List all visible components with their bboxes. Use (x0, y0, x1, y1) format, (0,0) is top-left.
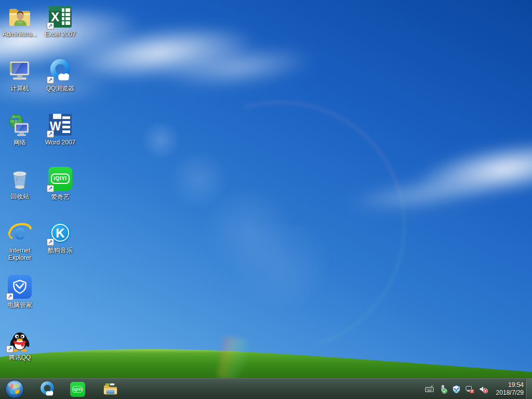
iqiyi-icon: iQIYI (70, 382, 85, 397)
svg-text:X: X (51, 10, 59, 24)
start-button[interactable] (5, 379, 24, 399)
desktop-icon-label: QQ浏览器 (41, 85, 80, 92)
network-disconnected-icon[interactable] (466, 385, 474, 394)
desktop-icon-kugou-music[interactable]: K ↗ 酷狗音乐 (41, 220, 80, 254)
computer-monitor-icon (7, 58, 32, 83)
shortcut-arrow-icon: ↗ (6, 293, 14, 300)
shortcut-arrow-icon: ↗ (47, 185, 54, 192)
qq-penguin-icon: ↗ (7, 327, 32, 352)
lens-flare (169, 150, 229, 209)
lens-flare (203, 184, 294, 275)
clock-date: 2018/7/29 (496, 389, 524, 397)
grass-hill (0, 326, 532, 378)
shortcut-arrow-icon: ↗ (47, 76, 54, 84)
shortcut-arrow-icon: ↗ (47, 130, 54, 138)
globe-monitor-icon (7, 112, 32, 137)
desktop-icon-tencent-qq[interactable]: ↗ 腾讯QQ (0, 327, 39, 361)
desktop[interactable]: Administra... X ↗ Excel 2007 (0, 0, 532, 399)
cloud (412, 130, 532, 208)
desktop-icon-excel-2007[interactable]: X ↗ Excel 2007 (41, 4, 80, 38)
taskbar-item-file-explorer[interactable] (96, 379, 124, 399)
desktop-icon-label: 爱奇艺 (41, 193, 80, 201)
lens-flare (221, 223, 340, 307)
desktop-icon-label: 计算机 (0, 85, 39, 92)
windows-orb-icon (5, 379, 24, 399)
desktop-icon-label: 网络 (0, 139, 39, 146)
desktop-icon-label: 电脑管家 (0, 301, 39, 309)
shortcut-arrow-icon: ↗ (47, 22, 54, 30)
desktop-icon-word-2007[interactable]: W ↗ Word 2007 (41, 112, 80, 146)
desktop-icon-label: Administra... (0, 31, 39, 38)
excel-icon: X ↗ (48, 4, 73, 29)
lens-flare (141, 121, 180, 159)
desktop-icon-label: Internet Explorer (0, 247, 39, 261)
volume-muted-icon[interactable] (479, 385, 488, 394)
shield-check-icon: ↗ (7, 275, 32, 300)
desktop-icon-network[interactable]: 网络 (0, 112, 39, 146)
desktop-icon-pc-manager[interactable]: ↗ 电脑管家 (0, 274, 39, 309)
ie-icon: e (7, 220, 32, 245)
clock-time: 19:54 (496, 381, 524, 389)
kugou-icon: K ↗ (48, 220, 73, 245)
desktop-icon-administrator[interactable]: Administra... (0, 4, 39, 38)
desktop-icon-label: Word 2007 (41, 139, 80, 146)
cloud (154, 39, 318, 95)
taskbar-item-iqiyi[interactable]: iQIYI (63, 379, 91, 399)
safely-remove-hardware-check-icon[interactable] (438, 385, 447, 394)
taskbar-item-qq-browser[interactable] (33, 379, 61, 399)
cloud (344, 170, 503, 219)
user-folder-icon (7, 4, 32, 29)
shortcut-arrow-icon: ↗ (6, 345, 14, 353)
shortcut-arrow-icon: ↗ (47, 238, 54, 246)
desktop-icon-label: 酷狗音乐 (41, 247, 80, 254)
qq-browser-ring-cloud-icon: ↗ (48, 58, 73, 83)
svg-text:K: K (56, 226, 65, 240)
word-icon: W ↗ (48, 112, 73, 137)
desktop-icon-recycle-bin[interactable]: 回收站 (0, 166, 39, 200)
desktop-icon-qq-browser[interactable]: ↗ QQ浏览器 (41, 58, 80, 92)
desktop-icon-label: 回收站 (0, 193, 39, 200)
desktop-icon-iqiyi[interactable]: iQIYI ↗ 爱奇艺 (41, 166, 80, 201)
desktop-icon-internet-explorer[interactable]: e Internet Explorer (0, 220, 39, 261)
cloud (55, 15, 262, 91)
iqiyi-icon: iQIYI ↗ (48, 167, 73, 192)
taskbar-clock[interactable]: 19:54 2018/7/29 (496, 381, 524, 397)
qq-browser-ring-cloud-icon (39, 381, 56, 397)
keyboard-icon[interactable] (425, 385, 434, 394)
pc-manager-shield-icon[interactable] (452, 385, 461, 394)
desktop-icon-label: 腾讯QQ (0, 354, 39, 361)
taskbar: iQIYI (0, 378, 532, 399)
system-tray: 19:54 2018/7/29 (425, 379, 524, 399)
show-desktop-button[interactable] (525, 379, 532, 399)
desktop-icon-label: Excel 2007 (41, 31, 80, 38)
folder-explorer-icon (102, 381, 118, 397)
desktop-icon-computer[interactable]: 计算机 (0, 58, 39, 92)
recycle-bin-icon (7, 166, 32, 191)
